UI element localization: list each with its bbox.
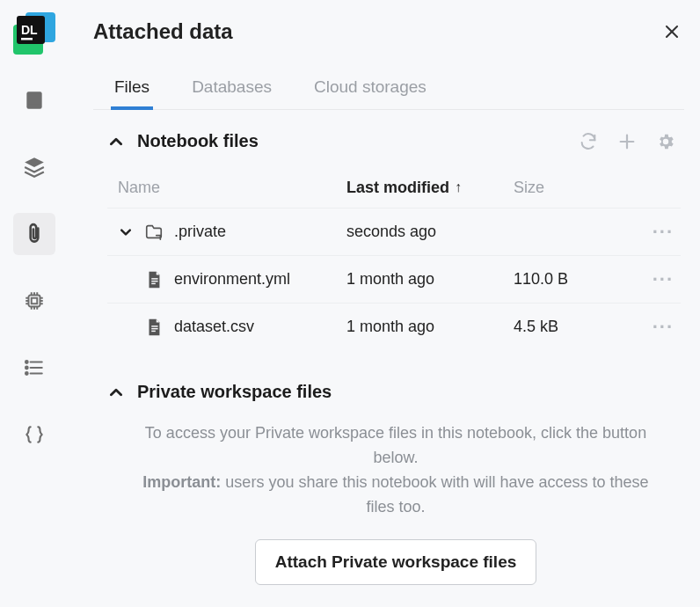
gear-icon[interactable] <box>656 132 675 151</box>
tab-bar: Files Databases Cloud storages <box>93 69 684 110</box>
file-modified: 1 month ago <box>346 270 514 289</box>
sort-asc-icon: ↑ <box>455 179 462 195</box>
tab-cloud-storages[interactable]: Cloud storages <box>314 69 427 109</box>
col-name[interactable]: Name <box>118 179 346 197</box>
row-actions-menu[interactable]: ··· <box>630 268 674 291</box>
svg-text:DL: DL <box>21 23 38 37</box>
svg-rect-34 <box>151 325 157 326</box>
file-icon <box>144 270 164 289</box>
attach-private-files-button[interactable]: Attach Private workspace files <box>255 539 537 585</box>
svg-rect-4 <box>21 38 33 40</box>
table-row[interactable]: .private seconds ago ··· <box>107 208 681 255</box>
col-size[interactable]: Size <box>514 179 630 197</box>
col-last-modified[interactable]: Last modified ↑ <box>346 179 514 197</box>
chevron-down-icon[interactable] <box>118 227 134 238</box>
collapse-toggle-private[interactable] <box>107 384 125 401</box>
file-table: Name Last modified ↑ Size <box>107 167 681 350</box>
refresh-icon[interactable] <box>579 132 598 151</box>
private-files-message: To access your Private workspace files i… <box>107 421 684 520</box>
svg-rect-31 <box>151 278 157 279</box>
file-modified: seconds ago <box>346 223 514 241</box>
main-panel: Attached data Files Databases Cloud stor… <box>69 0 700 607</box>
svg-rect-36 <box>151 330 156 331</box>
add-icon[interactable] <box>617 132 637 151</box>
app-logo: DL <box>13 12 55 55</box>
close-button[interactable] <box>660 19 684 44</box>
file-name: dataset.csv <box>174 318 254 336</box>
col-last-modified-label: Last modified <box>346 179 449 197</box>
row-actions-menu[interactable]: ··· <box>630 316 674 339</box>
sidebar-item-braces[interactable] <box>13 413 55 456</box>
svg-rect-7 <box>29 296 40 307</box>
sidebar-item-list[interactable] <box>13 347 55 389</box>
table-header: Name Last modified ↑ Size <box>107 167 681 208</box>
notebook-files-section: Notebook files Name <box>93 131 684 350</box>
file-size: 110.0 B <box>514 270 630 289</box>
folder-icon <box>144 223 164 242</box>
private-files-section: Private workspace files To access your P… <box>93 382 684 585</box>
file-name: environment.yml <box>174 270 290 289</box>
sidebar-item-notebook[interactable] <box>13 79 55 121</box>
svg-point-21 <box>26 361 28 363</box>
table-row[interactable]: dataset.csv 1 month ago 4.5 kB ··· <box>107 303 681 350</box>
collapse-toggle-notebook[interactable] <box>107 133 125 150</box>
file-size: 4.5 kB <box>514 318 630 336</box>
file-icon <box>144 318 164 337</box>
private-important-label: Important: <box>142 473 221 491</box>
tab-databases[interactable]: Databases <box>192 69 272 109</box>
private-msg-line1: To access your Private workspace files i… <box>145 424 646 466</box>
private-files-title: Private workspace files <box>137 382 332 402</box>
sidebar-item-layers[interactable] <box>13 146 55 188</box>
notebook-files-title: Notebook files <box>137 131 259 151</box>
file-modified: 1 month ago <box>346 318 514 336</box>
svg-rect-6 <box>30 101 40 103</box>
file-name: .private <box>174 223 226 241</box>
table-row[interactable]: environment.yml 1 month ago 110.0 B ··· <box>107 255 681 303</box>
sidebar-item-chip[interactable] <box>13 280 55 322</box>
svg-rect-8 <box>32 298 38 304</box>
svg-rect-35 <box>151 327 157 328</box>
svg-point-23 <box>26 367 28 369</box>
sidebar-item-attachment[interactable] <box>13 213 55 255</box>
svg-rect-33 <box>151 282 156 283</box>
row-actions-menu[interactable]: ··· <box>630 221 674 244</box>
page-title: Attached data <box>93 19 233 44</box>
sidebar: DL <box>0 0 69 607</box>
svg-point-25 <box>26 372 28 375</box>
svg-rect-32 <box>151 280 157 281</box>
tab-files[interactable]: Files <box>114 69 149 109</box>
private-msg-line2: users you share this notebook with will … <box>221 473 648 516</box>
